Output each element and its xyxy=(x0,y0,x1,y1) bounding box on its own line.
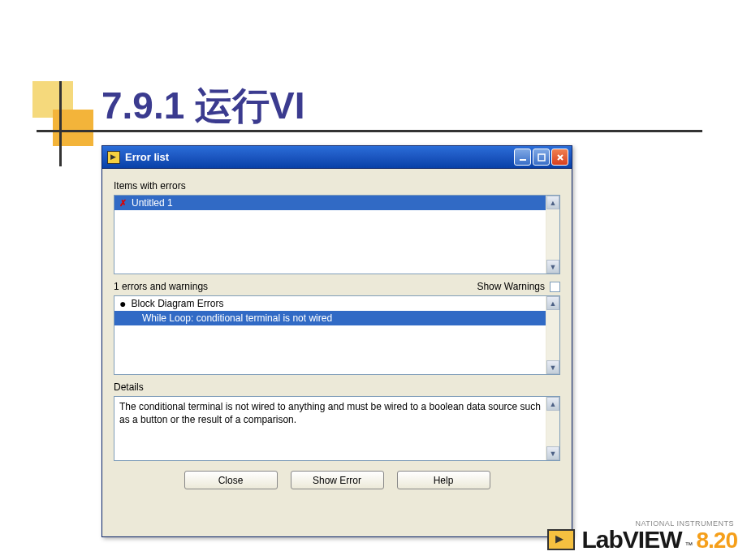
details-box[interactable]: The conditional terminal is not wired to… xyxy=(114,396,560,461)
dialog-body: Items with errors ✗ Untitled 1 ▲ ▼ 1 err… xyxy=(102,169,572,496)
close-icon xyxy=(556,153,564,162)
titlebar[interactable]: Error list xyxy=(102,146,572,169)
slide-decoration xyxy=(8,81,97,162)
button-row: Close Show Error Help xyxy=(114,471,560,489)
footer-logo: LabVIEW™ 8.20 xyxy=(547,526,737,554)
items-listbox[interactable]: ✗ Untitled 1 ▲ ▼ xyxy=(114,195,560,274)
scrollbar[interactable]: ▲ ▼ xyxy=(546,397,559,460)
help-button[interactable]: Help xyxy=(397,471,490,489)
scroll-track[interactable] xyxy=(546,209,559,260)
labview-icon xyxy=(547,529,575,550)
details-text: The conditional terminal is not wired to… xyxy=(114,397,546,429)
scroll-track[interactable] xyxy=(546,310,559,360)
scroll-down-button[interactable]: ▼ xyxy=(546,446,559,460)
maximize-button[interactable] xyxy=(533,149,550,166)
error-entry: While Loop: conditional terminal is not … xyxy=(142,312,332,324)
error-category-row[interactable]: ● Block Diagram Errors xyxy=(114,296,546,311)
window-controls xyxy=(514,149,568,166)
maximize-icon xyxy=(538,153,546,162)
errors-listbox[interactable]: ● Block Diagram Errors While Loop: condi… xyxy=(114,295,560,375)
minimize-icon xyxy=(519,153,527,162)
errors-count-label: 1 errors and warnings xyxy=(114,281,208,292)
trademark-symbol: ™ xyxy=(685,541,693,549)
decoration-line-vertical xyxy=(59,81,62,166)
show-error-button[interactable]: Show Error xyxy=(291,471,384,489)
product-version: 8.20 xyxy=(697,528,738,554)
details-label: Details xyxy=(114,381,560,393)
slide-title: 7.9.1 运行VI xyxy=(101,81,305,131)
scroll-up-button[interactable]: ▲ xyxy=(546,196,559,209)
scroll-up-button[interactable]: ▲ xyxy=(546,296,559,310)
item-name: Untitled 1 xyxy=(132,197,173,209)
product-name: LabVIEW xyxy=(581,526,681,554)
scrollbar[interactable]: ▲ ▼ xyxy=(546,296,559,374)
errors-listbox-content: ● Block Diagram Errors While Loop: condi… xyxy=(114,296,546,374)
close-dialog-button[interactable]: Close xyxy=(184,471,278,489)
svg-rect-0 xyxy=(520,159,526,161)
show-warnings-label: Show Warnings xyxy=(477,281,545,292)
list-item[interactable]: ✗ Untitled 1 xyxy=(114,196,546,210)
details-content: The conditional terminal is not wired to… xyxy=(114,397,546,460)
items-with-errors-label: Items with errors xyxy=(114,180,560,192)
minimize-button[interactable] xyxy=(514,149,531,166)
error-category: Block Diagram Errors xyxy=(131,298,223,309)
bullet-icon: ● xyxy=(119,299,126,308)
items-listbox-content: ✗ Untitled 1 xyxy=(114,196,546,274)
close-button[interactable] xyxy=(551,149,568,166)
svg-rect-1 xyxy=(538,154,545,161)
show-warnings-control[interactable]: Show Warnings xyxy=(477,281,560,292)
error-entry-row[interactable]: While Loop: conditional terminal is not … xyxy=(114,311,546,325)
error-x-icon: ✗ xyxy=(119,198,127,209)
scroll-track[interactable] xyxy=(546,411,559,446)
show-warnings-checkbox[interactable] xyxy=(550,282,560,292)
app-icon xyxy=(107,151,120,164)
scroll-down-button[interactable]: ▼ xyxy=(546,360,559,374)
scrollbar[interactable]: ▲ ▼ xyxy=(546,196,559,274)
window-title: Error list xyxy=(125,151,514,163)
error-list-dialog: Error list Items with errors ✗ Untitled … xyxy=(101,145,572,537)
errors-header-row: 1 errors and warnings Show Warnings xyxy=(114,281,560,292)
scroll-down-button[interactable]: ▼ xyxy=(546,260,559,274)
scroll-up-button[interactable]: ▲ xyxy=(546,397,559,411)
